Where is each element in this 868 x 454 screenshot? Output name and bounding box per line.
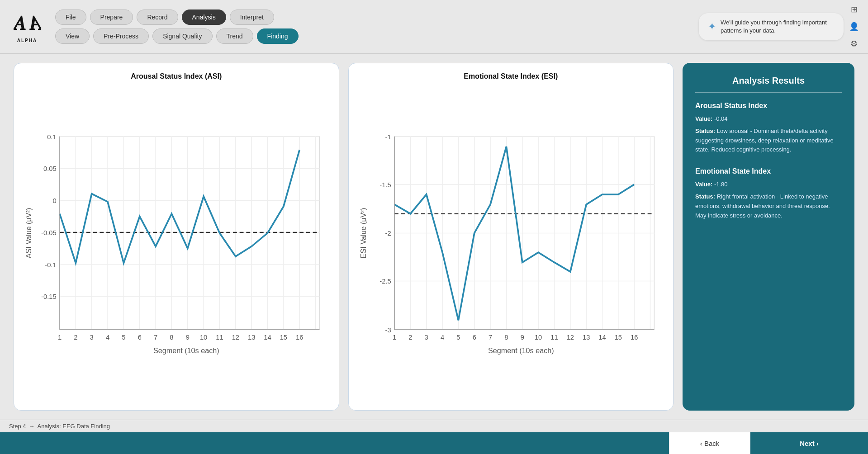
nav-interpret[interactable]: Interpret bbox=[230, 9, 274, 25]
svg-text:-1.5: -1.5 bbox=[379, 181, 391, 189]
nav-view[interactable]: View bbox=[55, 28, 90, 44]
asi-value-label: Value: bbox=[695, 115, 712, 122]
nav-prepare[interactable]: Prepare bbox=[90, 9, 133, 25]
nav-signal-quality[interactable]: Signal Quality bbox=[152, 28, 212, 44]
nav-finding[interactable]: Finding bbox=[257, 28, 299, 44]
footer-progress-bar bbox=[0, 432, 669, 454]
svg-text:5: 5 bbox=[456, 334, 460, 341]
svg-text:-0.15: -0.15 bbox=[41, 293, 57, 300]
svg-text:6: 6 bbox=[472, 334, 476, 341]
svg-text:0.1: 0.1 bbox=[47, 133, 56, 141]
asi-status-line: Status: Low arousal - Dominant theta/del… bbox=[695, 127, 842, 155]
svg-text:9: 9 bbox=[520, 334, 524, 341]
svg-text:-0.05: -0.05 bbox=[41, 229, 57, 236]
asi-chart-svg: 0.1 0.05 0 -0.05 -0.1 -0.15 1 2 3 4 5 6 … bbox=[23, 85, 330, 401]
settings-icon[interactable]: ⚙ bbox=[850, 39, 858, 49]
star-icon: ✦ bbox=[708, 21, 716, 33]
footer-arrow: → bbox=[29, 423, 35, 430]
svg-text:-3: -3 bbox=[385, 326, 391, 334]
svg-text:ASI Value (μV²): ASI Value (μV²) bbox=[24, 208, 33, 259]
svg-text:-2.5: -2.5 bbox=[379, 278, 391, 285]
svg-text:12: 12 bbox=[232, 334, 239, 341]
guide-text: We'll guide you through finding importan… bbox=[721, 19, 835, 35]
network-icon[interactable]: ⊞ bbox=[851, 5, 858, 14]
nav-rows: File Prepare Record Analysis Interpret V… bbox=[55, 9, 299, 44]
esi-status-line: Status: Right frontal activation - Linke… bbox=[695, 192, 842, 220]
footer: Step 4 → Analysis: EEG Data Finding ‹ Ba… bbox=[0, 420, 868, 454]
nav-preprocess[interactable]: Pre-Process bbox=[93, 28, 149, 44]
esi-result-heading: Emotional State Index bbox=[695, 167, 842, 175]
svg-text:16: 16 bbox=[296, 334, 303, 341]
nav-analysis[interactable]: Analysis bbox=[182, 9, 226, 25]
esi-result-section: Emotional State Index Value: -1.80 Statu… bbox=[695, 167, 842, 220]
svg-text:𝐴: 𝐴 bbox=[14, 12, 26, 34]
svg-text:13: 13 bbox=[248, 334, 255, 341]
logo-icon: 𝐴 𝐴 bbox=[14, 11, 41, 38]
esi-chart-svg: -1 -1.5 -2 -2.5 -3 1 2 3 4 5 6 7 8 9 10 … bbox=[358, 85, 664, 401]
svg-text:-0.1: -0.1 bbox=[45, 261, 56, 269]
svg-text:1: 1 bbox=[58, 334, 62, 341]
nav-row-2: View Pre-Process Signal Quality Trend Fi… bbox=[55, 28, 299, 44]
nav-record[interactable]: Record bbox=[137, 9, 178, 25]
svg-text:0: 0 bbox=[52, 197, 56, 204]
svg-text:16: 16 bbox=[631, 334, 638, 341]
asi-chart-card: Arousal Status Index (ASI) bbox=[14, 63, 339, 411]
svg-text:6: 6 bbox=[138, 334, 142, 341]
asi-result-section: Arousal Status Index Value: -0.04 Status… bbox=[695, 102, 842, 155]
nav-trend[interactable]: Trend bbox=[216, 28, 253, 44]
esi-value-label: Value: bbox=[695, 181, 712, 188]
svg-text:4: 4 bbox=[106, 334, 109, 341]
svg-text:15: 15 bbox=[614, 334, 621, 341]
svg-text:7: 7 bbox=[154, 334, 157, 341]
esi-status-label: Status: bbox=[695, 193, 715, 200]
svg-text:Segment (10s each): Segment (10s each) bbox=[488, 346, 554, 355]
svg-text:-1: -1 bbox=[385, 133, 391, 141]
esi-value: -1.80 bbox=[714, 181, 728, 188]
svg-text:8: 8 bbox=[170, 334, 173, 341]
asi-status-text: Low arousal - Dominant theta/delta activ… bbox=[695, 128, 834, 153]
footer-step: Step 4 bbox=[9, 423, 26, 430]
svg-text:5: 5 bbox=[122, 334, 125, 341]
svg-text:13: 13 bbox=[582, 334, 589, 341]
esi-status-text: Right frontal activation - Linked to neg… bbox=[695, 193, 830, 219]
logo: 𝐴 𝐴 ALPHA bbox=[9, 11, 45, 43]
svg-text:14: 14 bbox=[264, 334, 271, 341]
svg-text:3: 3 bbox=[90, 334, 94, 341]
user-icon[interactable]: 👤 bbox=[849, 22, 859, 32]
svg-text:11: 11 bbox=[216, 334, 223, 341]
nav-row-1: File Prepare Record Analysis Interpret bbox=[55, 9, 299, 25]
results-title: Analysis Results bbox=[695, 76, 842, 93]
svg-text:15: 15 bbox=[280, 334, 287, 341]
svg-text:ESI Value (μV²): ESI Value (μV²) bbox=[359, 208, 367, 259]
asi-chart-title: Arousal Status Index (ASI) bbox=[131, 72, 222, 80]
guide-box: ✦ We'll guide you through finding import… bbox=[699, 13, 844, 40]
footer-breadcrumb: Step 4 → Analysis: EEG Data Finding bbox=[0, 420, 868, 432]
asi-value: -0.04 bbox=[714, 115, 728, 122]
svg-text:3: 3 bbox=[424, 334, 428, 341]
esi-value-line: Value: -1.80 bbox=[695, 180, 842, 189]
footer-nav: ‹ Back Next › bbox=[0, 432, 868, 454]
asi-value-line: Value: -0.04 bbox=[695, 114, 842, 124]
svg-text:-2: -2 bbox=[385, 230, 391, 237]
main-content: Arousal Status Index (ASI) bbox=[0, 54, 868, 420]
logo-text: ALPHA bbox=[17, 38, 37, 43]
svg-text:Segment (10s each): Segment (10s each) bbox=[153, 346, 219, 355]
svg-text:2: 2 bbox=[408, 334, 412, 341]
esi-chart-title: Emotional State Index (ESI) bbox=[464, 72, 558, 80]
svg-text:10: 10 bbox=[200, 334, 207, 341]
svg-text:𝐴: 𝐴 bbox=[28, 12, 41, 34]
svg-rect-2 bbox=[60, 137, 319, 330]
asi-result-heading: Arousal Status Index bbox=[695, 102, 842, 110]
svg-text:12: 12 bbox=[566, 334, 574, 341]
nav-file[interactable]: File bbox=[55, 9, 86, 25]
back-button[interactable]: ‹ Back bbox=[669, 432, 750, 454]
svg-text:11: 11 bbox=[550, 334, 558, 341]
svg-text:10: 10 bbox=[534, 334, 541, 341]
results-card: Analysis Results Arousal Status Index Va… bbox=[683, 63, 854, 411]
header-right: ✦ We'll guide you through finding import… bbox=[699, 5, 859, 49]
side-icons: ⊞ 👤 ⚙ bbox=[849, 5, 859, 49]
asi-status-label: Status: bbox=[695, 128, 715, 134]
svg-text:4: 4 bbox=[440, 334, 444, 341]
svg-text:2: 2 bbox=[74, 334, 77, 341]
next-button[interactable]: Next › bbox=[750, 432, 868, 454]
